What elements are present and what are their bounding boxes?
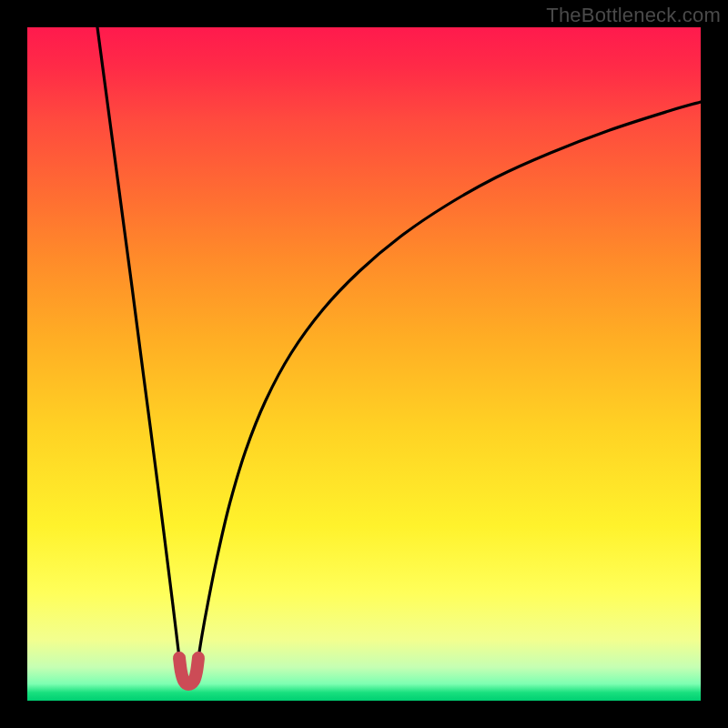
vertex-u-marker [179,658,198,684]
curve-svg [27,27,701,701]
curve-right-branch [198,102,701,658]
chart-frame: TheBottleneck.com [0,0,728,728]
watermark-text: TheBottleneck.com [546,4,721,27]
plot-area [27,27,701,701]
curve-left-branch [97,27,179,658]
